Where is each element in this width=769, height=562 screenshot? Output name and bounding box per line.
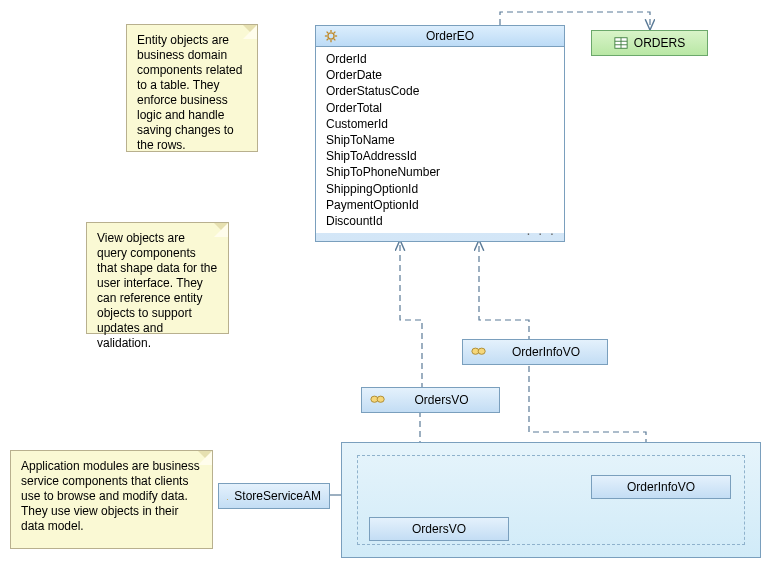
entity-attributes-list: OrderId OrderDate OrderStatusCode OrderT… — [316, 47, 564, 233]
attr: OrderStatusCode — [326, 83, 554, 99]
note-text: Application modules are business service… — [21, 459, 200, 533]
svg-line-5 — [327, 32, 329, 34]
attr: OrderId — [326, 51, 554, 67]
view-object-order-info-vo[interactable]: OrderInfoVO — [462, 339, 608, 365]
view-object-title: OrdersVO — [392, 393, 491, 407]
svg-point-16 — [478, 348, 485, 354]
note-text: View objects are query components that s… — [97, 231, 217, 350]
attr: ShipToPhoneNumber — [326, 164, 554, 180]
svg-point-14 — [377, 396, 384, 402]
attr: DiscountId — [326, 213, 554, 229]
svg-line-6 — [334, 39, 336, 41]
gear-icon — [324, 29, 338, 43]
attr: OrderTotal — [326, 100, 554, 116]
attr: ShipToAddressId — [326, 148, 554, 164]
am-usage-orders-vo[interactable]: OrdersVO — [369, 517, 509, 541]
attr: OrderDate — [326, 67, 554, 83]
view-object-title: OrderInfoVO — [493, 345, 599, 359]
note-entity-objects: Entity objects are business domain compo… — [126, 24, 258, 152]
attr: ShipToName — [326, 132, 554, 148]
entity-object-order-eo[interactable]: OrderEO OrderId OrderDate OrderStatusCod… — [315, 25, 565, 242]
app-module-store-service-am[interactable]: StoreServiceAM — [218, 483, 330, 509]
entity-title: OrderEO — [344, 29, 556, 43]
note-application-module: Application modules are business service… — [10, 450, 213, 549]
svg-line-8 — [334, 32, 336, 34]
svg-point-0 — [328, 33, 334, 39]
view-object-icon — [471, 345, 487, 359]
svg-line-7 — [327, 39, 329, 41]
app-module-title: StoreServiceAM — [234, 489, 321, 503]
note-text: Entity objects are business domain compo… — [137, 33, 242, 152]
view-object-icon — [370, 393, 386, 407]
note-view-objects: View objects are query components that s… — [86, 222, 229, 334]
more-indicator: . . . — [527, 222, 556, 238]
view-object-orders-vo[interactable]: OrdersVO — [361, 387, 500, 413]
db-table-orders[interactable]: ORDERS — [591, 30, 708, 56]
usage-title: OrderInfoVO — [600, 480, 722, 494]
attr: ShippingOptionId — [326, 181, 554, 197]
table-name: ORDERS — [634, 36, 685, 50]
attr: CustomerId — [326, 116, 554, 132]
usage-title: OrdersVO — [378, 522, 500, 536]
svg-rect-17 — [227, 499, 228, 500]
briefcase-icon — [227, 489, 228, 503]
am-usage-order-info-vo[interactable]: OrderInfoVO — [591, 475, 731, 499]
table-icon — [614, 36, 628, 50]
attr: PaymentOptionId — [326, 197, 554, 213]
entity-header: OrderEO — [316, 26, 564, 47]
